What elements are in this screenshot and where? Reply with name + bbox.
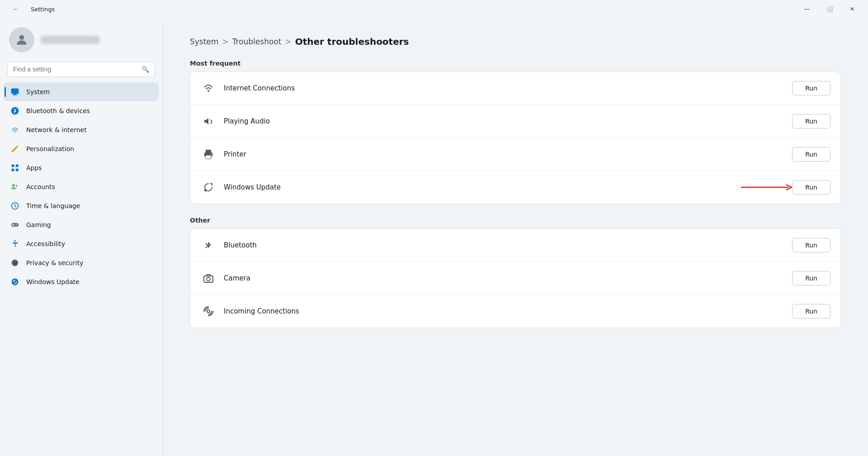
- bluetooth-icon: [10, 106, 20, 116]
- back-icon: ←: [13, 6, 19, 12]
- breadcrumb-system[interactable]: System: [190, 37, 218, 46]
- svg-point-28: [207, 277, 210, 281]
- svg-rect-8: [12, 169, 14, 171]
- run-printer-button[interactable]: Run: [792, 147, 830, 162]
- apps-icon: [10, 163, 20, 173]
- app-container: 🔍 System Bluetooth & devices: [0, 18, 868, 456]
- playing-audio-icon: [200, 113, 217, 129]
- maximize-button[interactable]: ⬜: [819, 2, 840, 16]
- accounts-icon: [10, 182, 20, 192]
- run-camera-button[interactable]: Run: [792, 271, 830, 285]
- other-label: Other: [190, 217, 841, 224]
- sidebar-item-network[interactable]: Network & internet: [4, 120, 159, 139]
- accessibility-icon: [10, 239, 20, 249]
- personalization-icon: [10, 144, 20, 154]
- run-playing-audio-button[interactable]: Run: [792, 114, 830, 128]
- run-internet-connections-button[interactable]: Run: [792, 81, 830, 95]
- internet-connections-icon: [200, 80, 217, 96]
- accessibility-label: Accessibility: [26, 240, 65, 247]
- sidebar-item-privacy[interactable]: Privacy & security: [4, 253, 159, 272]
- system-icon: [10, 87, 20, 97]
- item-camera: Camera Run: [190, 262, 840, 295]
- item-incoming-connections: Incoming Connections Run: [190, 295, 840, 328]
- svg-rect-6: [12, 165, 14, 167]
- printer-name: Printer: [224, 150, 785, 158]
- windows-update-frequent-icon: [200, 179, 217, 195]
- arrow-indicator: [741, 183, 795, 192]
- sidebar-item-bluetooth[interactable]: Bluetooth & devices: [4, 101, 159, 120]
- svg-point-19: [208, 90, 209, 92]
- other-list: Bluetooth Run Camera Run: [190, 228, 841, 328]
- bluetooth-other-name: Bluetooth: [224, 241, 785, 249]
- sidebar-item-gaming[interactable]: Gaming: [4, 215, 159, 234]
- sidebar-item-accessibility[interactable]: Accessibility: [4, 234, 159, 253]
- windows-update-icon: [10, 277, 20, 287]
- sidebar-item-system[interactable]: System: [4, 82, 159, 101]
- breadcrumb-sep-2: >: [285, 37, 291, 46]
- bluetooth-label: Bluetooth & devices: [26, 107, 90, 114]
- svg-rect-9: [16, 169, 19, 171]
- network-label: Network & internet: [26, 126, 87, 133]
- svg-rect-1: [11, 89, 19, 94]
- incoming-connections-icon: [200, 303, 217, 319]
- item-printer: Printer Run: [190, 138, 840, 171]
- svg-point-15: [16, 225, 17, 226]
- accounts-label: Accounts: [26, 183, 55, 190]
- printer-icon: [200, 146, 217, 162]
- windows-update-label: Windows Update: [26, 278, 80, 285]
- sidebar-item-windows-update[interactable]: Windows Update: [4, 272, 159, 291]
- run-bluetooth-button[interactable]: Run: [792, 238, 830, 252]
- breadcrumb-troubleshoot[interactable]: Troubleshoot: [232, 37, 282, 46]
- sidebar-item-time[interactable]: Time & language: [4, 196, 159, 215]
- user-section: [4, 18, 159, 60]
- minimize-button[interactable]: —: [797, 2, 817, 16]
- back-button[interactable]: ←: [5, 2, 26, 16]
- sidebar: 🔍 System Bluetooth & devices: [0, 18, 163, 456]
- close-button[interactable]: ✕: [842, 2, 863, 16]
- search-box[interactable]: 🔍: [7, 62, 155, 77]
- sidebar-item-accounts[interactable]: Accounts: [4, 177, 159, 196]
- item-bluetooth: Bluetooth Run: [190, 229, 840, 262]
- svg-point-24: [211, 154, 212, 155]
- svg-rect-23: [206, 155, 211, 159]
- content-area: System > Troubleshoot > Other troublesho…: [163, 18, 868, 456]
- avatar: [9, 27, 34, 52]
- breadcrumb-current: Other troubleshooters: [295, 36, 409, 47]
- camera-icon: [200, 270, 217, 286]
- bluetooth-troubleshoot-icon: [200, 237, 217, 253]
- search-icon: 🔍: [142, 66, 149, 73]
- window-controls: — ⬜ ✕: [797, 2, 863, 16]
- item-internet-connections: Internet Connections Run: [190, 72, 840, 105]
- app-title: Settings: [31, 6, 55, 13]
- personalization-label: Personalization: [26, 145, 74, 152]
- system-label: System: [26, 88, 50, 95]
- time-label: Time & language: [26, 202, 80, 209]
- time-icon: [10, 201, 20, 211]
- sidebar-item-apps[interactable]: Apps: [4, 158, 159, 177]
- svg-point-14: [16, 224, 17, 225]
- svg-point-29: [207, 310, 210, 313]
- run-incoming-connections-button[interactable]: Run: [792, 304, 830, 318]
- svg-rect-20: [204, 120, 206, 123]
- svg-point-16: [14, 240, 15, 242]
- windows-update-frequent-name: Windows Update: [224, 183, 785, 191]
- titlebar: ← Settings — ⬜ ✕: [0, 0, 868, 18]
- internet-connections-name: Internet Connections: [224, 84, 785, 92]
- svg-rect-7: [16, 165, 19, 167]
- privacy-label: Privacy & security: [26, 259, 83, 266]
- svg-rect-21: [206, 150, 211, 152]
- sidebar-item-personalization[interactable]: Personalization: [4, 139, 159, 158]
- gaming-label: Gaming: [26, 221, 51, 228]
- search-input[interactable]: [13, 66, 138, 73]
- most-frequent-label: Most frequent: [190, 60, 841, 67]
- svg-point-18: [12, 279, 19, 285]
- network-icon: [10, 125, 20, 135]
- item-windows-update-frequent: Windows Update Run: [190, 171, 840, 204]
- titlebar-left: ← Settings: [5, 2, 55, 16]
- run-windows-update-button[interactable]: Run: [792, 180, 830, 195]
- svg-point-10: [12, 184, 15, 187]
- svg-point-11: [15, 185, 17, 186]
- breadcrumb-sep-1: >: [222, 37, 228, 46]
- svg-rect-3: [13, 95, 17, 95]
- most-frequent-list: Internet Connections Run Playing Audio R…: [190, 71, 841, 204]
